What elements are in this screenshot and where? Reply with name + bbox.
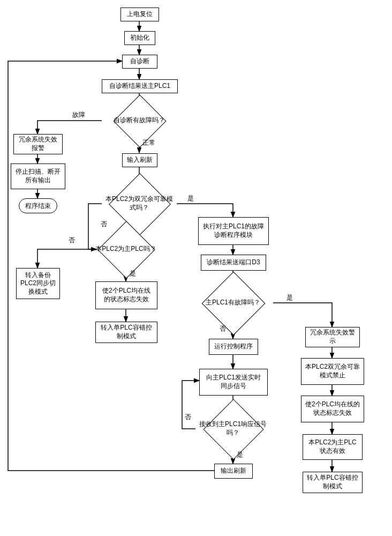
decision-self-diag-fault [114,95,167,148]
node-self-diagnosis: 自诊断 [122,55,157,69]
node-plc2-main-valid: 本PLC2为主PLC状态有效 [303,434,363,460]
label-d5-yes: 是 [237,450,243,459]
label-d2-yes: 是 [187,194,194,203]
node-switch-backup-mode: 转入备份PLC2同步切换模式 [16,268,60,299]
node-dual-mode-disabled: 本PLC2双冗余可靠模式禁止 [301,358,364,385]
node-single-plc-fault-tolerant: 转入单PLC容错控制模式 [95,322,157,343]
label-normal: 正常 [142,138,155,147]
node-diag-result-port-d3: 诊断结果送端口D3 [201,255,266,271]
label-d2-no: 否 [101,220,107,229]
node-initialize: 初始化 [124,31,155,45]
decision-recv-plc1-response [203,399,263,459]
flowchart-canvas: 上电复位 初始化 自诊断 自诊断结果送主PLC1 自诊断有故障吗？ 冗余系统失效… [5,5,387,531]
label-d4-yes: 是 [287,293,293,302]
node-exec-fault-diag-module: 执行对主PLC1的故障诊断程序模块 [198,217,269,245]
label-d3-yes: 是 [130,269,136,278]
decision-is-main-plc [97,221,155,278]
node-send-sync-signal: 向主PLC1发送实时同步信号 [199,369,268,396]
label-d3-no: 否 [69,236,75,245]
node-input-refresh: 输入刷新 [122,153,157,167]
label-d4-no: 否 [220,324,226,333]
node-run-control-program: 运行控制程序 [209,339,258,355]
node-send-result-plc1: 自诊断结果送主PLC1 [102,79,178,93]
decision-main-plc1-fault [202,272,266,336]
node-output-refresh: 输出刷新 [214,464,253,479]
terminator-program-end: 程序结束 [19,198,57,213]
node-stop-scan: 停止扫描、断开所有输出 [11,163,65,189]
label-d5-no: 否 [185,413,191,422]
node-invalidate-online-flag: 使2个PLC均在线的状态标志失效 [95,281,157,309]
label-fault: 故障 [72,110,85,120]
node-power-on-reset: 上电复位 [120,8,159,21]
decision-dual-redundant-mode [109,173,171,235]
node-single-plc-mode-2: 转入单PLC容错控制模式 [303,472,363,493]
node-redundant-fail-warning: 冗余系统失效警示 [305,327,360,347]
node-redundant-fail-alarm: 冗余系统失效报警 [13,134,63,154]
node-invalidate-online-flag-2: 使2个PLC均在线的状态标志失效 [301,396,364,422]
